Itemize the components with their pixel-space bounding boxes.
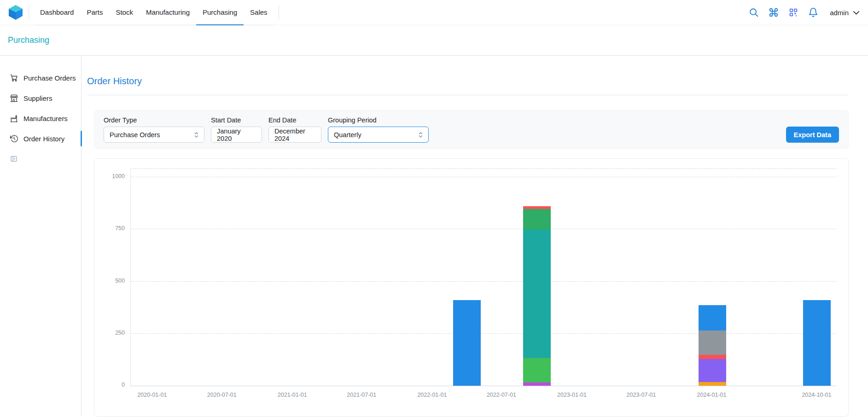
page-content: Purchase OrdersSuppliersManufacturersOrd… [0, 56, 868, 417]
nav-tabs: DashboardPartsStockManufacturingPurchasi… [34, 0, 274, 25]
x-axis-tick-label: 2024-10-01 [802, 392, 831, 398]
top-nav: DashboardPartsStockManufacturingPurchasi… [0, 0, 868, 25]
search-icon[interactable] [749, 7, 759, 17]
selector-icon [417, 131, 425, 139]
end-date-label: End Date [268, 116, 321, 124]
y-axis-tick-label: 1000 [96, 173, 125, 180]
order-type-label: Order Type [104, 116, 204, 124]
sidebar-item-purchase-orders[interactable]: Purchase Orders [0, 68, 81, 88]
sidebar-item-label: Purchase Orders [23, 74, 76, 82]
bar-segment[interactable] [699, 305, 726, 330]
tab-purchasing[interactable]: Purchasing [196, 0, 244, 25]
filter-panel: Order Type Purchase Orders Start Date Ja… [94, 110, 849, 149]
sidebar-item-label: Suppliers [23, 94, 52, 102]
order-type-value: Purchase Orders [110, 131, 160, 139]
x-axis-tick-label: 2021-07-01 [347, 392, 376, 398]
x-axis-tick-label: 2022-01-01 [417, 392, 447, 398]
order-history-chart: 025050075010002020-01-012020-07-012021-0… [94, 158, 849, 417]
shopping-cart-icon [10, 74, 18, 82]
bar-segment[interactable] [699, 359, 726, 382]
barcode-scan-icon[interactable] [788, 7, 798, 17]
sidebar-item-order-history[interactable]: Order History [0, 128, 81, 149]
y-gridline [131, 229, 836, 229]
order-type-field: Order Type Purchase Orders [104, 116, 204, 143]
notifications-bell-icon[interactable] [808, 7, 818, 17]
x-axis-tick-label: 2024-01-01 [697, 392, 727, 398]
grouping-period-field: Grouping Period Quarterly [328, 116, 429, 143]
y-axis-tick-label: 0 [96, 382, 125, 388]
history-icon [10, 134, 18, 143]
stacked-bar-2022-04-01[interactable] [453, 169, 481, 386]
y-axis-tick-label: 500 [96, 278, 125, 284]
bar-segment[interactable] [523, 206, 551, 209]
building-store-icon [10, 94, 18, 103]
username: admin [830, 9, 849, 17]
start-date-field: Start Date January 2020 [211, 116, 262, 143]
keyboard-shortcuts-icon[interactable] [769, 7, 779, 17]
nav-actions: admin [749, 7, 861, 17]
divider [87, 95, 849, 95]
bar-segment[interactable] [699, 355, 726, 359]
tab-manufacturing[interactable]: Manufacturing [140, 0, 196, 25]
sidebar-item-suppliers[interactable]: Suppliers [0, 88, 81, 108]
end-date-value: December 2024 [274, 127, 315, 142]
bar-segment[interactable] [699, 330, 726, 355]
nav-divider [279, 5, 279, 20]
chevron-down-icon [852, 8, 861, 17]
start-date-input[interactable]: January 2020 [211, 127, 262, 143]
start-date-value: January 2020 [217, 127, 256, 142]
selector-icon [192, 131, 200, 139]
app-logo-icon[interactable] [7, 4, 24, 21]
nav-divider [29, 5, 29, 20]
grouping-period-value: Quarterly [334, 131, 361, 139]
x-axis-tick-label: 2023-07-01 [627, 392, 656, 398]
page-title: Order History [87, 76, 849, 87]
export-data-button[interactable]: Export Data [786, 127, 839, 143]
chart-plot [130, 168, 836, 386]
end-date-input[interactable]: December 2024 [268, 127, 321, 143]
factory-icon [10, 114, 18, 123]
tab-parts[interactable]: Parts [80, 0, 109, 25]
grouping-period-label: Grouping Period [328, 116, 429, 124]
main-panel: Order History Order Type Purchase Orders… [82, 56, 868, 417]
tab-dashboard[interactable]: Dashboard [34, 0, 80, 25]
y-axis-tick-label: 750 [96, 225, 125, 232]
y-axis-tick-label: 250 [96, 330, 125, 336]
stacked-bar-2022-10-01[interactable] [523, 169, 551, 386]
sidebar-item-label: Order History [23, 135, 64, 143]
stacked-bar-2024-10-01[interactable] [803, 169, 831, 386]
sidebar-items: Purchase OrdersSuppliersManufacturersOrd… [0, 68, 81, 149]
breadcrumb: Purchasing [0, 25, 868, 56]
sidebar-collapse-icon[interactable] [10, 155, 17, 162]
y-gridline [131, 333, 836, 334]
user-menu[interactable]: admin [830, 8, 861, 17]
x-axis-tick-label: 2021-01-01 [278, 392, 307, 398]
y-gridline [131, 177, 836, 177]
x-axis-tick-label: 2020-07-01 [207, 392, 237, 398]
x-axis-tick-label: 2023-01-01 [557, 392, 587, 398]
end-date-field: End Date December 2024 [268, 116, 321, 143]
bar-segment[interactable] [523, 358, 551, 382]
x-axis-tick-label: 2022-07-01 [487, 392, 516, 398]
bar-segment[interactable] [699, 382, 726, 386]
tab-sales[interactable]: Sales [244, 0, 274, 25]
bar-segment[interactable] [803, 300, 831, 386]
breadcrumb-link[interactable]: Purchasing [8, 35, 49, 45]
tab-stock[interactable]: Stock [109, 0, 140, 25]
sidebar-item-manufacturers[interactable]: Manufacturers [0, 108, 81, 128]
x-axis-tick-label: 2020-01-01 [137, 392, 167, 398]
grouping-period-select[interactable]: Quarterly [328, 127, 429, 143]
order-type-select[interactable]: Purchase Orders [104, 127, 204, 143]
bar-segment[interactable] [523, 230, 551, 358]
bar-segment[interactable] [523, 209, 551, 230]
y-gridline [131, 281, 836, 282]
sidebar-item-label: Manufacturers [23, 115, 68, 122]
sidebar: Purchase OrdersSuppliersManufacturersOrd… [0, 56, 82, 417]
bar-segment[interactable] [523, 382, 551, 386]
start-date-label: Start Date [211, 116, 262, 124]
bar-segment[interactable] [453, 300, 481, 386]
stacked-bar-2024-01-01[interactable] [699, 169, 726, 386]
